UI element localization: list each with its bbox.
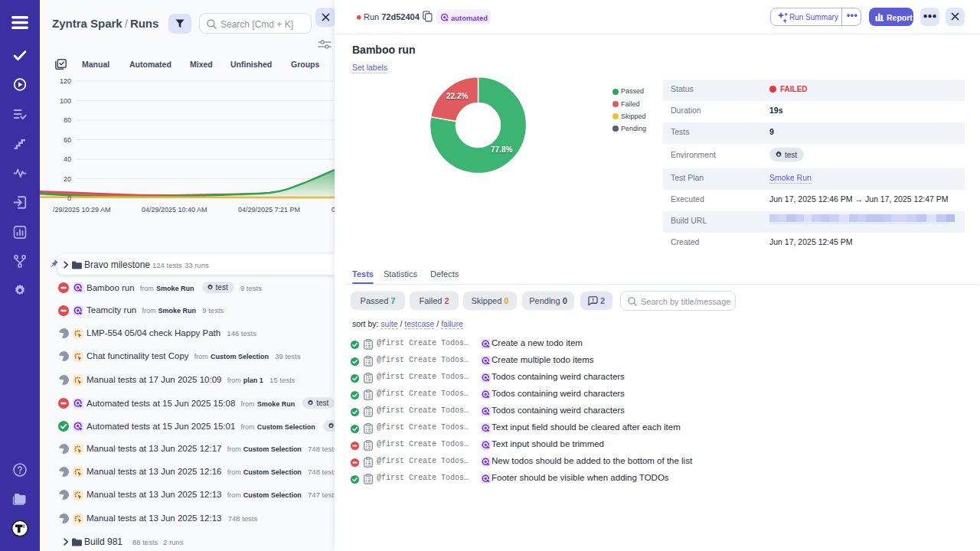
svg-text:100: 100 — [60, 97, 71, 105]
svg-text:120: 120 — [60, 77, 71, 85]
svg-text:04/29/2025 7:21 PM: 04/29/2025 7:21 PM — [238, 206, 300, 214]
svg-text:20: 20 — [64, 175, 71, 183]
svg-text:80: 80 — [64, 116, 71, 124]
svg-text:0: 0 — [67, 194, 71, 202]
svg-text:60: 60 — [64, 136, 71, 144]
svg-text:40: 40 — [64, 155, 71, 163]
svg-text:04/29/2025 10:40 AM: 04/29/2025 10:40 AM — [142, 206, 207, 214]
svg-text:/29/2025 10:29 AM: /29/2025 10:29 AM — [53, 206, 111, 214]
